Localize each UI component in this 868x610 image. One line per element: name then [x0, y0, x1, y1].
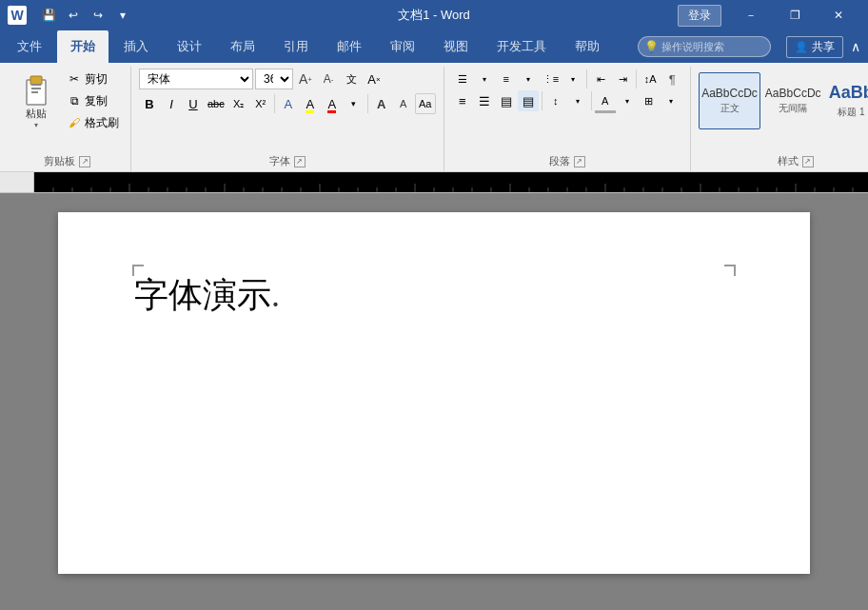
share-button[interactable]: 👤 共享: [786, 36, 843, 58]
font-shrink-button[interactable]: A-: [318, 69, 339, 89]
svg-rect-3: [31, 88, 41, 89]
tab-home[interactable]: 开始: [57, 30, 108, 63]
style-heading1[interactable]: AaBb 标题 1: [826, 72, 868, 129]
margin-corner-tr: [724, 265, 736, 276]
tab-file[interactable]: 文件: [4, 30, 55, 63]
align-right-button[interactable]: ▤: [496, 90, 517, 111]
clear-format-button[interactable]: A×: [364, 69, 385, 89]
cursor: .: [271, 276, 280, 314]
grow-font-button[interactable]: A: [371, 93, 392, 114]
clipboard-content: 粘贴 ▾ ✂ 剪切 ⧉ 复制 🖌 格式刷: [11, 69, 123, 152]
font-color-icon: A: [327, 97, 336, 111]
separator-5: [542, 91, 542, 110]
shading-icon: A: [602, 95, 608, 107]
tab-mailings[interactable]: 邮件: [324, 30, 375, 63]
font-size-selector[interactable]: 36: [255, 69, 293, 89]
paragraph-label: 段落 ↗: [452, 152, 682, 171]
decrease-indent-button[interactable]: ⇤: [590, 69, 611, 89]
tab-help[interactable]: 帮助: [562, 30, 613, 63]
redo-button[interactable]: ↪: [88, 5, 108, 26]
borders-button[interactable]: ⊞: [639, 90, 660, 111]
tab-references[interactable]: 引用: [270, 30, 322, 63]
underline-button[interactable]: U: [183, 93, 204, 114]
tab-insert[interactable]: 插入: [110, 30, 162, 63]
separator-4: [636, 69, 637, 89]
styles-content: AaBbCcDc 正文 AaBbCcDc 无间隔 AaBb 标题 1 ▲ ▼ ⊞: [699, 69, 868, 152]
minimize-button[interactable]: －: [729, 0, 773, 30]
text-effect-button[interactable]: A: [278, 93, 299, 114]
format-painter-icon: 🖌: [67, 115, 82, 130]
font-format-row: B I U abc X₂ X² A A A ▾: [139, 93, 436, 114]
bullet-list-button[interactable]: ☰: [452, 69, 473, 89]
highlight-button[interactable]: A: [300, 93, 321, 114]
align-center-button[interactable]: ☰: [474, 90, 495, 111]
justify-button[interactable]: ▤: [518, 90, 539, 111]
multilevel-list-dropdown[interactable]: ▾: [562, 69, 583, 89]
customize-quick-access[interactable]: ▾: [112, 5, 133, 26]
document-content[interactable]: 字体演示.: [134, 269, 734, 321]
style-normal[interactable]: AaBbCcDc 正文: [699, 72, 760, 129]
separator-6: [591, 91, 592, 110]
cut-button[interactable]: ✂ 剪切: [63, 69, 123, 89]
close-button[interactable]: ✕: [817, 0, 860, 30]
horizontal-ruler: [34, 172, 868, 193]
document-page[interactable]: 字体演示.: [58, 212, 810, 574]
phonetic-button[interactable]: 文: [341, 69, 362, 89]
bold-button[interactable]: B: [139, 93, 160, 114]
clipboard-expand[interactable]: ↗: [79, 156, 90, 167]
styles-gallery: AaBbCcDc 正文 AaBbCcDc 无间隔 AaBb 标题 1: [699, 69, 868, 133]
undo-button[interactable]: ↩: [63, 5, 84, 26]
style-no-spacing[interactable]: AaBbCcDc 无间隔: [762, 72, 824, 129]
document-text: 字体演示: [134, 276, 271, 314]
paste-icon: [19, 72, 53, 107]
styles-expand-btn[interactable]: ↗: [802, 156, 814, 167]
share-icon: 👤: [795, 41, 808, 53]
paste-dropdown[interactable]: ▾: [34, 121, 38, 129]
tab-developer[interactable]: 开发工具: [483, 30, 560, 63]
tab-review[interactable]: 审阅: [377, 30, 428, 63]
paragraph-expand[interactable]: ↗: [574, 156, 585, 167]
italic-button[interactable]: I: [161, 93, 182, 114]
font-name-selector[interactable]: 宋体: [139, 69, 253, 89]
subscript-button[interactable]: X₂: [228, 93, 249, 114]
restore-button[interactable]: ❐: [773, 0, 817, 30]
ruler-corner: [0, 172, 34, 193]
increase-indent-button[interactable]: ⇥: [612, 69, 633, 89]
borders-dropdown[interactable]: ▾: [661, 90, 681, 111]
line-spacing-dropdown[interactable]: ▾: [567, 90, 588, 111]
style-no-spacing-preview: AaBbCcDc: [765, 87, 821, 100]
paragraph-row1: ☰ ▾ ≡ ▾ ⋮≡ ▾ ⇤ ⇥ ↕A ¶: [452, 69, 682, 89]
tab-design[interactable]: 设计: [164, 30, 215, 63]
strikethrough-button[interactable]: abc: [205, 93, 227, 114]
bullet-list-dropdown[interactable]: ▾: [474, 69, 495, 89]
shrink-font-button[interactable]: A: [393, 93, 414, 114]
multilevel-list-button[interactable]: ⋮≡: [540, 69, 562, 89]
document-area[interactable]: 字体演示.: [0, 193, 868, 610]
ribbon-collapse-button[interactable]: ∧: [851, 39, 860, 54]
save-button[interactable]: 💾: [38, 5, 59, 26]
line-spacing-button[interactable]: ↕: [545, 90, 566, 111]
font-color-button[interactable]: A: [322, 93, 343, 114]
shading-button[interactable]: A: [595, 90, 616, 111]
tab-view[interactable]: 视图: [430, 30, 482, 63]
format-painter-button[interactable]: 🖌 格式刷: [63, 112, 123, 133]
font-grow-button[interactable]: A+: [295, 69, 316, 89]
superscript-button[interactable]: X²: [250, 93, 271, 114]
paste-button[interactable]: 粘贴 ▾: [11, 69, 61, 133]
login-button[interactable]: 登录: [678, 5, 721, 27]
copy-button[interactable]: ⧉ 复制: [63, 90, 123, 111]
numbered-list-button[interactable]: ≡: [496, 69, 517, 89]
ribbon: 文件 开始 插入 设计 布局 引用 邮件 审阅 视图 开发工具 帮助 💡 👤 共…: [0, 30, 868, 63]
font-settings-button[interactable]: Aa: [415, 93, 436, 114]
shading-dropdown[interactable]: ▾: [617, 90, 638, 111]
show-marks-button[interactable]: ¶: [661, 69, 682, 89]
numbered-list-dropdown[interactable]: ▾: [518, 69, 539, 89]
app-icon: W: [8, 6, 27, 25]
sort-button[interactable]: ↕A: [640, 69, 661, 89]
align-left-button[interactable]: ≡: [452, 90, 473, 111]
tab-layout[interactable]: 布局: [217, 30, 268, 63]
font-label: 字体 ↗: [139, 152, 436, 171]
quick-access-toolbar: 💾 ↩ ↪ ▾: [38, 5, 133, 26]
font-expand[interactable]: ↗: [294, 156, 306, 167]
font-color-dropdown[interactable]: ▾: [344, 93, 365, 114]
